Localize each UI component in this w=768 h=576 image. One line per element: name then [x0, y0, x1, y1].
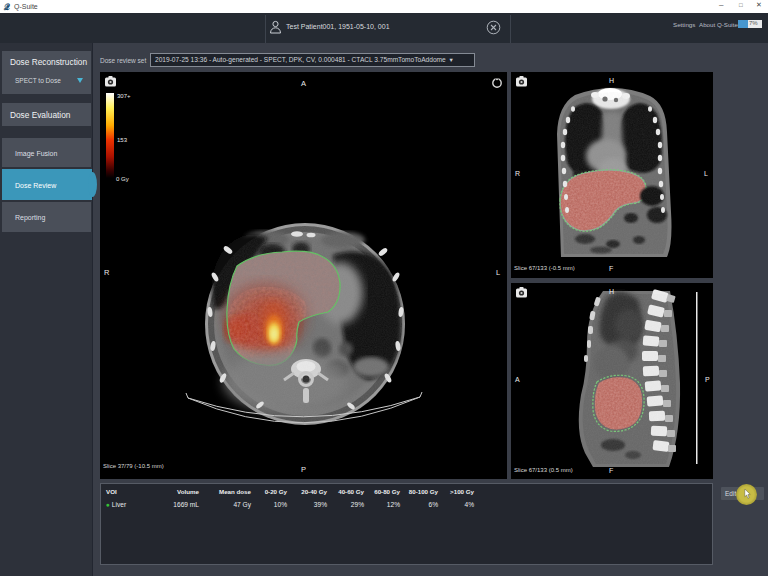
- svg-text:P: P: [301, 465, 306, 474]
- svg-text:P: P: [705, 376, 710, 383]
- svg-text:L: L: [704, 170, 708, 177]
- svg-text:R: R: [515, 170, 520, 177]
- svg-text:A: A: [301, 79, 306, 88]
- svg-text:307+: 307+: [117, 93, 131, 99]
- svg-text:F: F: [609, 467, 613, 474]
- svg-text:R: R: [104, 268, 110, 277]
- svg-text:A: A: [515, 376, 520, 383]
- svg-text:H: H: [609, 77, 614, 84]
- svg-text:Slice 37/79 (-10.5 mm): Slice 37/79 (-10.5 mm): [103, 463, 164, 469]
- svg-text:153: 153: [117, 137, 128, 143]
- svg-text:F: F: [609, 265, 613, 272]
- svg-text:H: H: [609, 288, 614, 295]
- svg-text:Slice 67/133 (0.5 mm): Slice 67/133 (0.5 mm): [514, 467, 573, 473]
- svg-text:0 Gy: 0 Gy: [116, 176, 129, 182]
- svg-text:L: L: [496, 268, 500, 277]
- svg-text:Slice 67/133 (-0.5 mm): Slice 67/133 (-0.5 mm): [514, 265, 575, 271]
